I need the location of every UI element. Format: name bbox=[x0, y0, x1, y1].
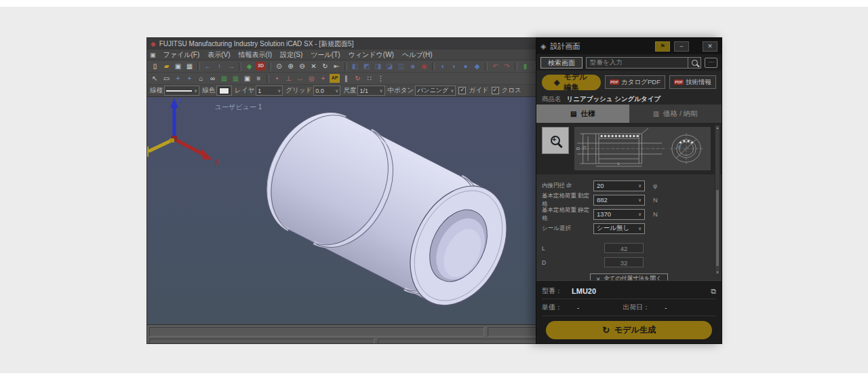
zoom-in-icon[interactable]: ⊕ bbox=[285, 62, 296, 71]
print-icon[interactable]: ▦ bbox=[184, 62, 195, 71]
open-folder-icon[interactable]: ▰ bbox=[161, 62, 172, 71]
toolbar-separator bbox=[239, 62, 241, 71]
guide-checkbox[interactable]: ✓ bbox=[458, 87, 466, 94]
forward-arrow-icon[interactable]: → bbox=[226, 62, 236, 71]
technical-drawing[interactable]: D D1 L dr bbox=[574, 127, 711, 170]
zoom-fit-icon[interactable]: ✕ bbox=[309, 62, 319, 71]
grid-tool-alt-icon[interactable]: ▦ bbox=[231, 74, 241, 83]
undo-icon[interactable]: ↶ bbox=[490, 62, 500, 71]
list-tool-icon[interactable]: ≡ bbox=[254, 74, 264, 83]
pin-button[interactable]: ⚑ bbox=[655, 41, 670, 52]
scroll-up-icon[interactable]: ▲ bbox=[715, 126, 719, 130]
window-restore-icon[interactable]: ▣ bbox=[150, 52, 156, 58]
rotate-snap-icon[interactable]: ↻ bbox=[353, 74, 363, 83]
propbar-label: クロス bbox=[502, 86, 521, 95]
model-3d-bushing[interactable] bbox=[248, 97, 526, 322]
cross-checkbox[interactable]: ✓ bbox=[492, 87, 499, 94]
view-cube-side-icon[interactable]: ◨ bbox=[373, 62, 383, 71]
save-icon[interactable]: ▣ bbox=[173, 62, 183, 71]
view-sphere-icon[interactable]: ◉ bbox=[419, 62, 429, 71]
center-mark-icon[interactable]: + bbox=[173, 74, 183, 83]
zoom-out-icon[interactable]: ⊖ bbox=[297, 62, 307, 71]
solid-torus-icon[interactable]: ◖ bbox=[437, 62, 448, 71]
view-3d-icon[interactable]: ◆ bbox=[244, 62, 254, 71]
close-button[interactable]: ✕ bbox=[703, 41, 717, 52]
menu-item[interactable]: ウィンドウ(W) bbox=[344, 50, 398, 60]
box-select-icon[interactable]: ▭ bbox=[161, 74, 172, 83]
search-screen-button[interactable]: 検索画面 bbox=[540, 57, 583, 69]
tech-info-button[interactable]: PDF 技術情報 bbox=[669, 75, 716, 89]
polygon-icon[interactable]: ⌂ bbox=[196, 74, 206, 83]
perpendicular-snap-icon[interactable]: ⊥ bbox=[283, 74, 294, 83]
panel-tabs: ▤ 仕様 ▥ 価格 / 納期 bbox=[536, 104, 722, 123]
back-arrow-icon[interactable]: ← bbox=[203, 62, 213, 71]
solid-cone-icon[interactable]: ◗ bbox=[449, 62, 459, 71]
select-value: 20 bbox=[597, 182, 604, 189]
cross-checkbox-group: ✓クロス bbox=[492, 86, 521, 95]
solid-sphere-icon[interactable]: ● bbox=[460, 62, 471, 71]
tab-spec[interactable]: ▤ 仕様 bbox=[536, 104, 629, 123]
copy-icon[interactable]: ⧉ bbox=[711, 287, 716, 296]
comment-button[interactable]: ⋯ bbox=[705, 58, 717, 68]
catalog-pdf-button[interactable]: PDF カタログPDF bbox=[605, 75, 665, 89]
menu-item[interactable]: ヘルプ(H) bbox=[398, 50, 437, 60]
pointer-select-icon[interactable]: ↖ bbox=[150, 74, 160, 83]
inner-diameter-select[interactable]: 20∨ bbox=[593, 180, 645, 191]
grid-tool-icon[interactable]: ▦ bbox=[219, 74, 229, 83]
view-cube-front-icon[interactable]: ◧ bbox=[350, 62, 360, 71]
scroll-down-icon[interactable]: ▼ bbox=[715, 270, 719, 275]
line-type-select[interactable]: ∨ bbox=[164, 86, 199, 96]
scale-select[interactable]: 1/1∨ bbox=[357, 86, 384, 96]
solid-block-icon[interactable]: ◆ bbox=[472, 62, 482, 71]
grid-select[interactable]: 0.0∨ bbox=[313, 86, 340, 96]
drawing-zoom-button[interactable] bbox=[542, 127, 569, 154]
view-cube-bottom-icon[interactable]: ■ bbox=[408, 62, 418, 71]
view-cube-iso-icon[interactable]: ◪ bbox=[384, 62, 395, 71]
minimize-button[interactable]: – bbox=[674, 41, 689, 52]
link-icon[interactable]: ∞ bbox=[208, 74, 218, 83]
axis-triad: Y X Z bbox=[147, 98, 220, 166]
parallel-snap-icon[interactable]: ∥ bbox=[341, 74, 351, 83]
scrollbar-thumb[interactable] bbox=[716, 190, 719, 266]
panel-scrollbar[interactable]: ▲ ▼ bbox=[715, 125, 720, 276]
center-mark-alt-icon[interactable]: + bbox=[184, 74, 195, 83]
dynamic-load-select[interactable]: 882∨ bbox=[593, 195, 645, 206]
static-load-select[interactable]: 1370∨ bbox=[593, 209, 645, 220]
center-snap-icon[interactable]: ◎ bbox=[307, 74, 317, 83]
point-snap-icon[interactable]: • bbox=[272, 74, 282, 83]
dots-menu-icon[interactable]: ⋮ bbox=[376, 74, 386, 83]
redo-icon[interactable]: ↷ bbox=[502, 62, 512, 71]
menu-item[interactable]: 情報表示(I) bbox=[235, 50, 276, 60]
middle-button-select[interactable]: パンニング∨ bbox=[415, 86, 456, 96]
view-cube-top-icon[interactable]: ◩ bbox=[361, 62, 372, 71]
group-box-icon[interactable]: ▣ bbox=[242, 74, 252, 83]
new-document-icon[interactable]: ▯ bbox=[150, 62, 160, 71]
model-edit-button[interactable]: ◈ モデル編集 bbox=[542, 75, 601, 90]
cylinder-union-icon[interactable]: ▮ bbox=[520, 62, 530, 71]
tab-price-delivery[interactable]: ▥ 価格 / 納期 bbox=[629, 104, 722, 123]
model-number-input[interactable]: 型番を入力 bbox=[586, 57, 701, 69]
line-color-swatch[interactable] bbox=[216, 86, 232, 96]
menu-item[interactable]: 設定(S) bbox=[276, 50, 307, 60]
menu-item[interactable]: 表示(V) bbox=[203, 50, 234, 60]
cross-snap-icon[interactable]: + bbox=[318, 74, 328, 83]
menu-item[interactable]: ツール(T) bbox=[307, 50, 344, 60]
generate-model-button[interactable]: ↻ モデル生成 bbox=[546, 321, 712, 339]
rotate-view-icon[interactable]: ↻ bbox=[320, 62, 330, 71]
grid-points-icon[interactable]: ∷ bbox=[364, 74, 374, 83]
open-all-dimensions-button[interactable]: ∨全ての付属寸法を開く bbox=[590, 273, 668, 280]
zoom-icon[interactable]: ⊙ bbox=[274, 62, 284, 71]
chevron-down-icon: ∨ bbox=[335, 88, 338, 94]
menu-item[interactable]: ファイル(F) bbox=[159, 50, 204, 60]
layer-select[interactable]: 1∨ bbox=[256, 86, 283, 96]
mode-3d-badge[interactable]: 3D bbox=[256, 62, 266, 71]
chevron-down-icon: ∨ bbox=[596, 276, 600, 280]
seal-select[interactable]: シール無し∨ bbox=[593, 223, 645, 234]
search-submit-button[interactable] bbox=[688, 58, 701, 68]
view-cube-back-icon[interactable]: ◫ bbox=[396, 62, 406, 71]
turn-arrow-icon[interactable]: ↑ bbox=[214, 62, 224, 71]
grid-select-group: グリッド0.0∨ bbox=[285, 86, 340, 96]
pan-icon[interactable]: ⇤ bbox=[332, 62, 342, 71]
ap-snap-badge[interactable]: AP bbox=[330, 74, 340, 83]
line-snap-icon[interactable]: ↔ bbox=[295, 74, 305, 83]
